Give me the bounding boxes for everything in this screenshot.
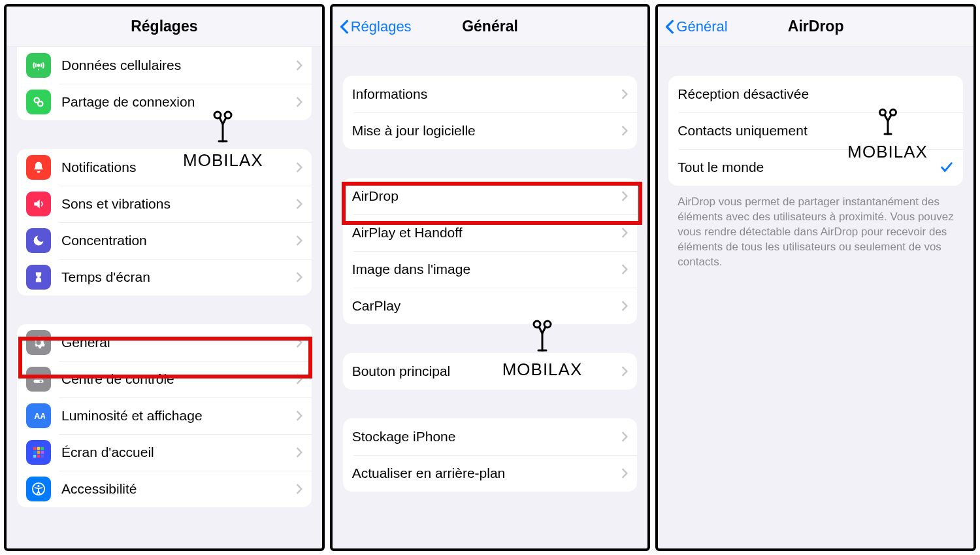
row-controlcenter[interactable]: Centre de contrôle bbox=[17, 361, 312, 397]
row-label: Stockage iPhone bbox=[352, 429, 622, 445]
row-airdrop[interactable]: AirDrop bbox=[343, 178, 638, 214]
row-label: Notifications bbox=[61, 160, 296, 175]
row-label: Contacts uniquement bbox=[678, 123, 954, 139]
phone-screen-airdrop: Général AirDrop Réception désactivée Con… bbox=[655, 4, 976, 551]
group-storage: Stockage iPhone Actualiser en arrière-pl… bbox=[343, 418, 638, 492]
navbar: Réglages Général bbox=[333, 7, 648, 47]
chevron-right-icon bbox=[296, 337, 302, 348]
svg-rect-4 bbox=[34, 380, 44, 383]
row-label: Réception désactivée bbox=[678, 86, 954, 102]
row-notifications[interactable]: Notifications bbox=[17, 149, 312, 186]
group-network: Données cellulaires Partage de connexion bbox=[17, 47, 312, 120]
back-button[interactable]: Réglages bbox=[339, 7, 412, 46]
chevron-right-icon bbox=[621, 89, 628, 99]
row-label: Général bbox=[61, 335, 296, 350]
back-button[interactable]: Général bbox=[664, 7, 727, 46]
row-screentime[interactable]: Temps d'écran bbox=[17, 259, 312, 295]
row-label: Mise à jour logicielle bbox=[352, 123, 622, 139]
svg-point-5 bbox=[35, 376, 37, 378]
content: Réception désactivée Contacts uniquement… bbox=[658, 47, 973, 277]
svg-rect-16 bbox=[41, 455, 44, 458]
svg-rect-8 bbox=[33, 447, 37, 450]
row-airplay[interactable]: AirPlay et Handoff bbox=[343, 214, 638, 251]
row-focus[interactable]: Concentration bbox=[17, 222, 312, 259]
row-label: Données cellulaires bbox=[61, 58, 296, 73]
row-label: Temps d'écran bbox=[61, 269, 296, 285]
row-homebutton[interactable]: Bouton principal bbox=[343, 353, 638, 390]
controlcenter-icon bbox=[26, 367, 51, 392]
row-receiving-off[interactable]: Réception désactivée bbox=[668, 76, 963, 112]
svg-rect-3 bbox=[34, 375, 44, 378]
group-general: Général Centre de contrôle AA Luminosité… bbox=[17, 324, 312, 507]
svg-point-18 bbox=[37, 485, 39, 487]
chevron-right-icon bbox=[621, 126, 628, 136]
page-title: AirDrop bbox=[788, 18, 844, 35]
page-title: Général bbox=[462, 18, 518, 35]
chevron-right-icon bbox=[296, 447, 302, 458]
group-airdrop-options: Réception désactivée Contacts uniquement… bbox=[668, 76, 963, 186]
phone-screen-general: Réglages Général Informations Mise à jou… bbox=[330, 4, 651, 551]
row-display[interactable]: AA Luminosité et affichage bbox=[17, 397, 312, 434]
accessibility-icon bbox=[26, 477, 51, 501]
row-label: Luminosité et affichage bbox=[61, 408, 296, 424]
row-everyone[interactable]: Tout le monde bbox=[668, 149, 963, 186]
chevron-right-icon bbox=[296, 374, 302, 384]
row-label: Bouton principal bbox=[352, 363, 622, 379]
row-label: Tout le monde bbox=[678, 160, 939, 175]
chevron-right-icon bbox=[621, 366, 628, 377]
row-general[interactable]: Général bbox=[17, 324, 312, 361]
homescreen-icon bbox=[26, 440, 51, 465]
chevron-right-icon bbox=[296, 162, 302, 173]
row-label: Actualiser en arrière-plan bbox=[352, 465, 622, 481]
hotspot-icon bbox=[26, 90, 51, 114]
row-label: AirPlay et Handoff bbox=[352, 225, 622, 241]
group-info: Informations Mise à jour logicielle bbox=[343, 76, 638, 149]
content: Informations Mise à jour logicielle AirD… bbox=[333, 47, 648, 498]
page-title: Réglages bbox=[131, 18, 197, 35]
display-icon: AA bbox=[26, 403, 51, 428]
chevron-right-icon bbox=[296, 272, 302, 282]
sounds-icon bbox=[26, 192, 51, 216]
chevron-right-icon bbox=[296, 235, 302, 246]
row-label: Sons et vibrations bbox=[61, 196, 296, 212]
group-notifications: Notifications Sons et vibrations Concent… bbox=[17, 149, 312, 295]
svg-rect-15 bbox=[37, 455, 41, 458]
checkmark-icon bbox=[939, 160, 954, 175]
chevron-right-icon bbox=[621, 227, 628, 238]
chevron-right-icon bbox=[296, 199, 302, 209]
chevron-right-icon bbox=[621, 301, 628, 311]
row-sounds[interactable]: Sons et vibrations bbox=[17, 186, 312, 222]
row-background[interactable]: Actualiser en arrière-plan bbox=[343, 455, 638, 492]
chevron-right-icon bbox=[296, 97, 302, 107]
focus-icon bbox=[26, 228, 51, 253]
group-homebutton: Bouton principal bbox=[343, 353, 638, 390]
cellular-icon bbox=[26, 53, 51, 78]
navbar: Général AirDrop bbox=[658, 7, 973, 47]
row-homescreen[interactable]: Écran d'accueil bbox=[17, 434, 312, 471]
svg-text:AA: AA bbox=[34, 412, 45, 421]
row-pip[interactable]: Image dans l'image bbox=[343, 251, 638, 288]
row-label: Informations bbox=[352, 86, 622, 102]
row-accessibility[interactable]: Accessibilité bbox=[17, 471, 312, 507]
svg-rect-14 bbox=[33, 455, 37, 458]
row-label: Centre de contrôle bbox=[61, 371, 296, 387]
footer-description: AirDrop vous permet de partager instanta… bbox=[678, 195, 954, 270]
row-contacts-only[interactable]: Contacts uniquement bbox=[668, 112, 963, 149]
back-label: Réglages bbox=[351, 18, 412, 35]
notifications-icon bbox=[26, 155, 51, 180]
row-label: Partage de connexion bbox=[61, 94, 296, 110]
svg-rect-9 bbox=[37, 447, 41, 450]
row-cellular[interactable]: Données cellulaires bbox=[17, 47, 312, 84]
row-about[interactable]: Informations bbox=[343, 76, 638, 112]
row-carplay[interactable]: CarPlay bbox=[343, 288, 638, 324]
row-label: AirDrop bbox=[352, 188, 622, 204]
chevron-right-icon bbox=[621, 431, 628, 442]
svg-point-6 bbox=[40, 380, 42, 382]
row-hotspot[interactable]: Partage de connexion bbox=[17, 84, 312, 120]
chevron-right-icon bbox=[621, 264, 628, 275]
row-update[interactable]: Mise à jour logicielle bbox=[343, 112, 638, 149]
svg-rect-11 bbox=[33, 451, 37, 454]
row-storage[interactable]: Stockage iPhone bbox=[343, 418, 638, 455]
chevron-right-icon bbox=[621, 468, 628, 479]
row-label: Image dans l'image bbox=[352, 261, 622, 277]
